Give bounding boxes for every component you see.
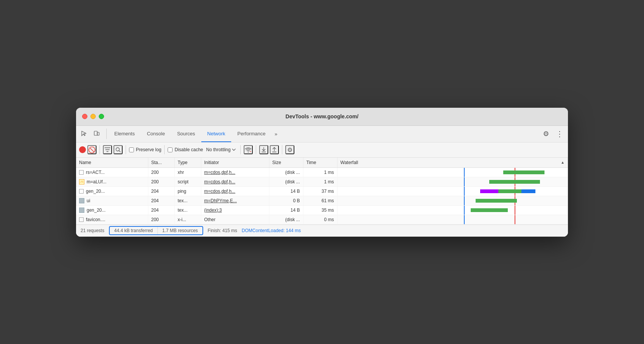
cell-status: 204 [148, 205, 174, 215]
transfer-info-box: 44.4 kB transferred 1.7 MB resources [109, 226, 203, 235]
image-file-icon [79, 198, 84, 203]
table-row[interactable]: gen_20...204pingm=cdos,dpf,h...14 B37 ms [76, 186, 568, 196]
traffic-lights [82, 114, 104, 119]
cell-initiator: (index):3 [201, 205, 269, 215]
cell-time: 35 ms [303, 205, 337, 215]
filter-button[interactable] [103, 145, 112, 154]
more-options-button[interactable]: ⋮ [554, 129, 565, 139]
cell-type: xhr [174, 167, 201, 177]
col-header-size[interactable]: Size [269, 158, 303, 168]
cell-initiator: m=cdos,dpf,h... [201, 167, 269, 177]
preserve-log-checkbox[interactable] [129, 147, 134, 152]
cell-size: (disk ... [269, 177, 303, 186]
col-header-type[interactable]: Type [174, 158, 201, 168]
tab-elements[interactable]: Elements [108, 126, 141, 142]
cell-waterfall [337, 215, 568, 224]
svg-rect-0 [94, 131, 97, 135]
col-header-status[interactable]: Sta... [148, 158, 174, 168]
tab-console[interactable]: Console [141, 126, 171, 142]
waterfall-bar [480, 189, 499, 193]
toolbar-divider-1 [100, 145, 100, 154]
table-row[interactable]: gen_20...204tex...(index):314 B35 ms [76, 205, 568, 215]
tab-more-button[interactable]: » [272, 131, 280, 137]
col-header-time[interactable]: Time [303, 158, 337, 168]
cell-status: 200 [148, 167, 174, 177]
waterfall-blue-line [464, 177, 465, 186]
minimize-button[interactable] [90, 114, 96, 119]
export-button[interactable] [270, 145, 279, 154]
tab-performance[interactable]: Performance [231, 126, 271, 142]
table-row[interactable]: favicon....200x-i...Other(disk ...0 ms [76, 215, 568, 224]
clear-button[interactable]: 🚫 [87, 145, 96, 154]
image-file-icon [79, 208, 84, 213]
waterfall-red-line [515, 206, 515, 215]
record-button[interactable] [79, 146, 86, 153]
disable-cache-text: Disable cache [174, 147, 203, 152]
throttling-selector[interactable]: No throttling [205, 146, 238, 153]
settings-button[interactable]: ⚙ [541, 129, 551, 139]
waterfall-bar [521, 189, 535, 193]
wifi-icon-button[interactable] [244, 145, 253, 154]
preserve-log-text: Preserve log [136, 147, 161, 152]
import-button[interactable] [259, 145, 268, 154]
requests-count: 21 requests [81, 228, 104, 233]
tab-network[interactable]: Network [201, 126, 232, 142]
resources-label: 1.7 MB resources [158, 227, 202, 234]
window-title: DevTools - www.google.com/ [286, 113, 359, 119]
maximize-button[interactable] [99, 114, 104, 119]
tab-sources[interactable]: Sources [171, 126, 201, 142]
col-header-waterfall[interactable]: Waterfall ▲ [337, 158, 568, 168]
devtools-container: Elements Console Sources Network Perform… [76, 126, 568, 237]
tab-list: Elements Console Sources Network Perform… [108, 126, 541, 142]
checkbox-icon [79, 170, 84, 175]
device-toggle-button[interactable] [91, 129, 102, 139]
network-table-container: Name Sta... Type Initiator Size [76, 158, 568, 225]
waterfall-blue-line [464, 206, 465, 215]
cell-initiator: m=cdos,dpf,h... [201, 177, 269, 186]
cell-waterfall [337, 186, 568, 196]
col-header-name[interactable]: Name [76, 158, 148, 168]
col-header-initiator[interactable]: Initiator [201, 158, 269, 168]
waterfall-blue-line [464, 215, 465, 224]
tab-bar-tools [79, 129, 107, 139]
cell-name: favicon.... [76, 215, 148, 224]
checkbox-icon [79, 189, 84, 194]
gear-icon: ⚙ [543, 130, 549, 138]
status-bar: 21 requests 44.4 kB transferred 1.7 MB r… [76, 225, 568, 237]
network-toolbar: 🚫 Preserve log [76, 143, 568, 158]
tab-bar: Elements Console Sources Network Perform… [76, 126, 568, 143]
waterfall-bar [489, 180, 540, 184]
waterfall-red-line [515, 215, 515, 224]
cell-status: 204 [148, 186, 174, 196]
cell-name: rs=ACT... [76, 167, 148, 177]
dom-content-loaded: DOMContentLoaded: 144 ms [242, 228, 301, 233]
waterfall-bar [503, 170, 545, 174]
cell-name: gen_20... [76, 186, 148, 196]
inspect-element-button[interactable] [79, 129, 90, 139]
waterfall-blue-line [464, 168, 465, 177]
table-row[interactable]: JSm=aLUf...200scriptm=cdos,dpf,h...(disk… [76, 177, 568, 186]
table-row[interactable]: ui204tex...m=DhPYme,E...0 B61 ms [76, 196, 568, 205]
disable-cache-checkbox[interactable] [168, 147, 173, 152]
sort-arrow-icon: ▲ [561, 160, 565, 164]
tab-bar-right: ⚙ ⋮ [541, 129, 565, 139]
devtools-window: DevTools - www.google.com/ Element [76, 108, 568, 237]
toolbar-divider-3 [164, 145, 165, 154]
svg-rect-1 [97, 132, 99, 135]
cell-size: 0 B [269, 196, 303, 205]
network-table: Name Sta... Type Initiator Size [76, 158, 568, 225]
gear-icon-2: ⚙ [287, 146, 292, 153]
disable-cache-label[interactable]: Disable cache [168, 147, 203, 152]
network-settings-button[interactable]: ⚙ [285, 145, 294, 154]
cell-type: tex... [174, 205, 201, 215]
checkbox-icon [79, 217, 84, 222]
search-button[interactable] [114, 145, 123, 154]
cell-type: ping [174, 186, 201, 196]
cell-initiator: Other [201, 215, 269, 224]
cell-size: 14 B [269, 205, 303, 215]
close-button[interactable] [82, 114, 87, 119]
finish-time: Finish: 415 ms [208, 228, 237, 233]
throttling-label: No throttling [206, 147, 231, 152]
preserve-log-label[interactable]: Preserve log [129, 147, 161, 152]
table-row[interactable]: rs=ACT...200xhrm=cdos,dpf,h...(disk ...1… [76, 167, 568, 177]
